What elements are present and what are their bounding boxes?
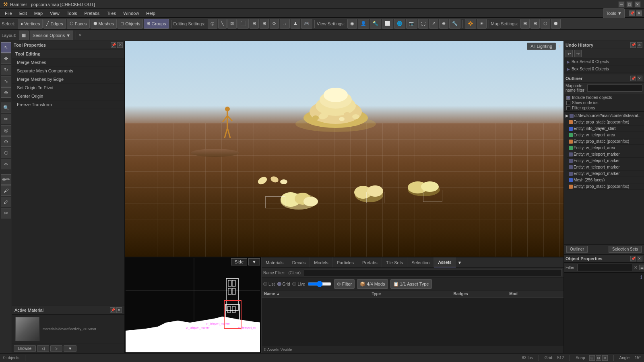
entity-1[interactable]: Entity: info_player_start — [567, 125, 644, 132]
entity-8[interactable]: Entity: vr_teleport_marker — [567, 171, 644, 177]
lighting-btn[interactable]: All Lighting — [527, 43, 556, 50]
entity-10[interactable]: Entity: prop_static (popcornfbx) — [567, 183, 644, 190]
mod-btn[interactable]: 📦 4/4 Mods — [357, 279, 388, 289]
merge-meshes-edge-item[interactable]: Merge Meshes by Edge — [12, 75, 124, 84]
main-3d-viewport[interactable]: All Lighting ▼ — [125, 41, 564, 257]
edit-tool-3[interactable]: ⊠ — [227, 19, 237, 29]
panel-pin-icon[interactable]: 📌 — [111, 42, 116, 48]
tab-dropdown-btn[interactable]: ▼ — [456, 257, 464, 267]
include-hidden-checkbox[interactable]: ✓ — [566, 96, 570, 100]
tool-6[interactable]: 🔍 — [1, 103, 11, 113]
window-controls[interactable]: ─ □ ✕ — [618, 1, 641, 8]
undo-close-btn[interactable]: ✕ — [637, 42, 642, 48]
tool-12[interactable]: ⊕✏ — [1, 174, 11, 185]
menu-edit[interactable]: Edit — [16, 10, 30, 16]
tool-5[interactable]: ⊕ — [1, 87, 11, 98]
session-options-btn[interactable]: Session Options ▼ — [30, 31, 73, 40]
map-tool-4[interactable]: ⬢ — [551, 19, 561, 29]
render-btn2[interactable]: ☀ — [477, 19, 487, 29]
undo-pin-btn[interactable]: 📌 — [630, 42, 636, 48]
entity-0[interactable]: Entity: prop_static (popcornfbx) — [567, 119, 644, 125]
minimize-button[interactable]: ─ — [618, 1, 625, 8]
asset-type-btn[interactable]: 📋 1/1 Asset Type — [390, 279, 432, 289]
2d-viewport[interactable]: vr_teleport_marker vr_teleport_m vr_tele… — [125, 257, 262, 353]
edit-tool-10[interactable]: 🎮 — [301, 19, 312, 29]
col-name[interactable]: Name ▲ — [264, 292, 367, 296]
include-hidden-row[interactable]: ✓ Include hidden objects — [566, 95, 642, 100]
browse-material-btn[interactable]: Browse — [14, 345, 36, 352]
center-origin-item[interactable]: Center Origin — [12, 92, 124, 101]
outliner-pin-btn[interactable]: 📌 — [630, 76, 636, 81]
menu-view[interactable]: View — [47, 10, 63, 16]
tool-8[interactable]: ◎ — [1, 125, 11, 136]
filter-options-checkbox[interactable] — [566, 106, 570, 110]
view2d-dropdown-btn[interactable]: ▼ — [248, 258, 260, 265]
render-btn1[interactable]: 🔆 — [465, 19, 476, 29]
meshes-btn[interactable]: ⬢ Meshes — [91, 19, 117, 29]
view2d-mode-btn[interactable]: Side — [231, 258, 247, 265]
outliner-close-btn[interactable]: ✕ — [637, 76, 642, 81]
undo-item-0[interactable]: ▶ Box Select 0 Objects — [564, 58, 644, 66]
map-tool-1[interactable]: ⊞ — [520, 19, 530, 29]
material-close-btn[interactable]: ✕ — [116, 307, 122, 313]
panel-pin-btn[interactable]: 📌 — [629, 10, 635, 16]
view-tool-5[interactable]: 🌐 — [394, 19, 405, 29]
undo-forward-btn[interactable]: ↪ — [574, 50, 582, 57]
entity-5[interactable]: Entity: vr_teleport_marker — [567, 151, 644, 158]
material-btn-2[interactable]: ◁ — [37, 345, 49, 352]
menu-tiles[interactable]: Tiles — [103, 10, 119, 16]
show-node-ids-checkbox[interactable] — [566, 101, 570, 105]
entity-7[interactable]: Entity: vr_teleport_marker — [567, 164, 644, 171]
groups-btn[interactable]: ⊞ Groups — [144, 19, 169, 29]
selection-sets-tab-btn[interactable]: Selection Sets — [609, 246, 642, 253]
col-type[interactable]: Type — [372, 292, 449, 296]
view-tool-3[interactable]: 🔦 — [370, 19, 381, 29]
entity-9[interactable]: Mesh (256 faces) — [567, 177, 644, 183]
grid-radio[interactable]: Grid — [277, 282, 290, 286]
edit-tool-4[interactable]: ⬛ — [237, 19, 249, 29]
select-tool-btn[interactable]: ↖ — [1, 42, 11, 53]
obj-list-btn[interactable]: ☰ — [639, 265, 644, 270]
view-tool-10[interactable]: 🔧 — [449, 19, 460, 29]
tab-prefabs[interactable]: Prefabs — [358, 257, 382, 267]
tool-14[interactable]: 🖊 — [1, 197, 11, 207]
rotate-tool-btn[interactable]: ↻ — [1, 65, 11, 75]
view-tool-8[interactable]: ↗ — [429, 19, 438, 29]
edit-tool-8[interactable]: ↔ — [280, 19, 290, 29]
obj-props-pin-btn[interactable]: 📌 — [630, 256, 636, 261]
maximize-button[interactable]: □ — [626, 1, 633, 8]
tab-particles[interactable]: Particles — [333, 257, 358, 267]
set-origin-item[interactable]: Set Origin To Pivot — [12, 84, 124, 92]
tab-selection[interactable]: Selection — [407, 257, 434, 267]
edit-tool-9[interactable]: ♟ — [291, 19, 300, 29]
tree-root[interactable]: ▶ d:/dev/source2/main/content/steamt... — [564, 113, 644, 119]
undo-item-1[interactable]: ▶ Box Select 0 Objects — [564, 66, 644, 73]
edit-tool-7[interactable]: ⟳ — [270, 19, 279, 29]
tab-decals[interactable]: Decals — [288, 257, 310, 267]
view-tool-2[interactable]: 👤 — [358, 19, 369, 29]
menu-tools[interactable]: Tools — [64, 10, 80, 16]
outliner-tab-btn[interactable]: Outliner — [566, 246, 588, 253]
outliner-tree[interactable]: ▶ d:/dev/source2/main/content/steamt... … — [564, 112, 644, 244]
tab-assets[interactable]: Assets — [434, 257, 456, 267]
edges-btn[interactable]: ╱ Edges — [43, 19, 66, 29]
size-slider[interactable] — [308, 282, 332, 286]
view-tool-9[interactable]: ⊕ — [439, 19, 448, 29]
snap-btn-2[interactable]: ⊠ — [596, 355, 601, 361]
col-mod[interactable]: Mod — [509, 292, 561, 296]
view-tool-4[interactable]: ⬜ — [382, 19, 393, 29]
view-tool-7[interactable]: ⛶ — [418, 19, 428, 29]
menu-map[interactable]: Map — [31, 10, 46, 16]
filter-asset-btn[interactable]: ⚙ Filter — [334, 279, 355, 289]
tool-10[interactable]: ⬡ — [1, 148, 11, 158]
panel-close-icon[interactable]: ✕ — [117, 42, 123, 48]
move-tool-btn[interactable]: ✥ — [1, 53, 11, 64]
snap-btn-3[interactable]: ⊕ — [602, 355, 608, 361]
vertices-btn[interactable]: ● Vertices — [18, 19, 43, 29]
tool-13[interactable]: 🖌 — [1, 185, 11, 196]
menu-help[interactable]: Help — [143, 10, 159, 16]
entity-6[interactable]: Entity: vr_teleport_marker — [567, 158, 644, 164]
menu-file[interactable]: File — [2, 10, 15, 16]
separate-mesh-item[interactable]: Separate Mesh Components — [12, 67, 124, 75]
undo-back-btn[interactable]: ↩ — [566, 50, 573, 57]
